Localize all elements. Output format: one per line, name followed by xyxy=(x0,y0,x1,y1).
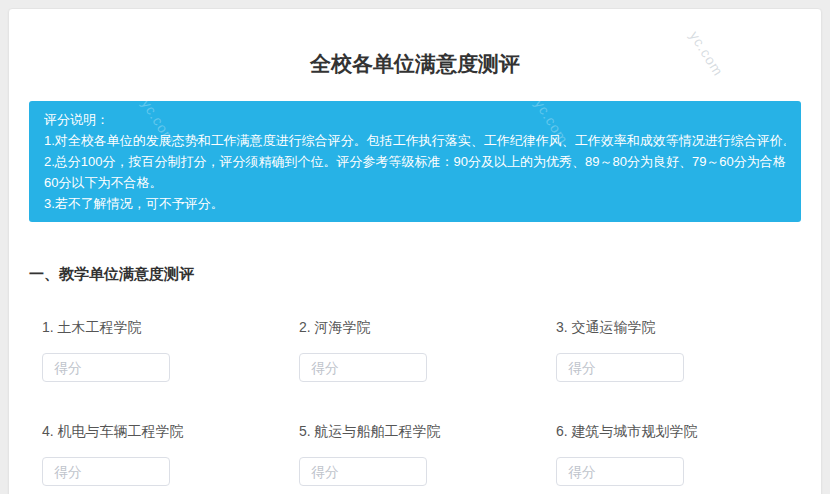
score-input[interactable] xyxy=(556,457,684,486)
score-input[interactable] xyxy=(42,353,170,382)
score-input[interactable] xyxy=(299,353,427,382)
score-input[interactable] xyxy=(299,457,427,486)
question-label: 2. 河海学院 xyxy=(299,318,556,337)
question-item: 2. 河海学院 xyxy=(299,318,556,382)
page-title: 全校各单位满意度测评 xyxy=(9,51,821,76)
score-input[interactable] xyxy=(42,457,170,486)
question-label: 1. 土木工程学院 xyxy=(42,318,299,337)
question-item: 4. 机电与车辆工程学院 xyxy=(42,422,299,486)
instruction-line: 3.若不了解情况，可不予评分。 xyxy=(44,193,786,214)
instruction-line: 60分以下为不合格。 xyxy=(44,172,786,193)
question-item: 1. 土木工程学院 xyxy=(42,318,299,382)
question-item: 5. 航运与船舶工程学院 xyxy=(299,422,556,486)
instruction-line: 评分说明： xyxy=(44,109,786,130)
question-label: 3. 交通运输学院 xyxy=(556,318,813,337)
scoring-instructions: 评分说明： 1.对全校各单位的发展态势和工作满意度进行综合评分。包括工作执行落实… xyxy=(29,101,801,222)
instruction-line: 2.总分100分，按百分制打分，评分须精确到个位。评分参考等级标准：90分及以上… xyxy=(44,151,786,172)
question-label: 4. 机电与车辆工程学院 xyxy=(42,422,299,441)
question-label: 5. 航运与船舶工程学院 xyxy=(299,422,556,441)
question-item: 6. 建筑与城市规划学院 xyxy=(556,422,813,486)
question-label: 6. 建筑与城市规划学院 xyxy=(556,422,813,441)
score-input[interactable] xyxy=(556,353,684,382)
questions-grid: 1. 土木工程学院 2. 河海学院 3. 交通运输学院 4. 机电与车辆工程学院… xyxy=(9,318,821,486)
section-heading: 一、教学单位满意度测评 xyxy=(29,266,801,282)
survey-card: 全校各单位满意度测评 评分说明： 1.对全校各单位的发展态势和工作满意度进行综合… xyxy=(8,8,822,494)
question-item: 3. 交通运输学院 xyxy=(556,318,813,382)
instruction-line: 1.对全校各单位的发展态势和工作满意度进行综合评分。包括工作执行落实、工作纪律作… xyxy=(44,130,786,151)
